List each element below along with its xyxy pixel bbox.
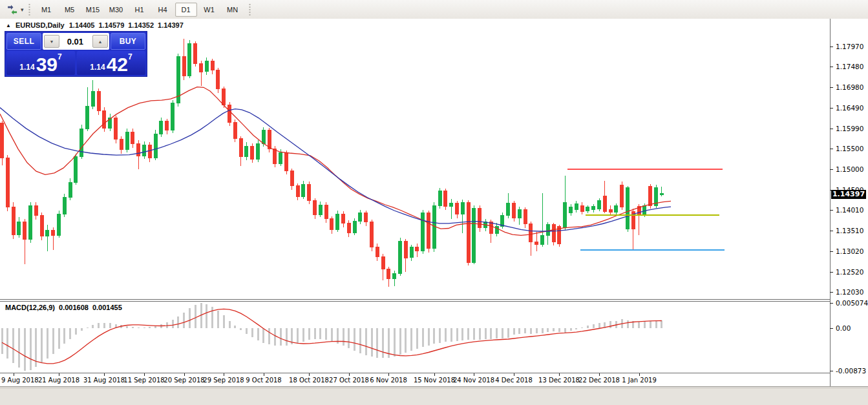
date-axis-tick [224, 373, 224, 376]
price-axis-label: 1.16980 [836, 83, 863, 91]
current-price-tag: 1.14397 [831, 190, 866, 199]
date-axis-tick [514, 373, 514, 376]
date-axis-label: 13 Dec 2018 [538, 377, 580, 384]
panel-separator-line[interactable] [0, 299, 830, 300]
date-axis-tick [184, 373, 185, 376]
macd-label: MACD(12,26,9) 0.001608 0.001455 [5, 304, 122, 311]
price-axis-tick [830, 272, 833, 273]
macd-axis-label: 0.005074 [836, 299, 868, 307]
date-axis-tick [434, 373, 435, 376]
date-axis-tick [599, 373, 600, 376]
price-axis-tick [830, 292, 833, 293]
macd-indicator-chart[interactable] [0, 302, 830, 373]
date-axis-tick [388, 373, 389, 376]
date-axis-label: 4 Dec 2018 [495, 377, 533, 384]
date-axis-tick [264, 373, 264, 376]
date-axis-tick [559, 373, 560, 376]
timeframe-button-m30[interactable]: M30 [105, 3, 127, 17]
price-axis-tick [830, 231, 833, 231]
chart-tab-bar: EURUSD,DailyAUDUSD,Daily|USDCHF,Daily|US… [0, 388, 868, 405]
sell-price-display[interactable]: 1.14 39 7 [6, 51, 75, 75]
price-axis-tick [830, 210, 833, 211]
caret-up-icon: ▲ [98, 39, 103, 44]
macd-signal-value: 0.001455 [92, 304, 122, 311]
macd-axis-tick [830, 303, 833, 304]
price-axis-tick [830, 129, 833, 129]
date-axis-label: 21 Aug 2018 [38, 377, 79, 384]
date-axis-tick [349, 373, 350, 376]
toolbar-separator [248, 3, 251, 16]
date-axis-label: 1 Jan 2019 [622, 377, 657, 384]
buy-price-big: 42 [107, 56, 128, 73]
timeframe-button-d1[interactable]: D1 [175, 3, 197, 17]
date-axis-label: 20 Sep 2018 [164, 377, 204, 384]
sell-price-prefix: 1.14 [19, 63, 34, 72]
date-axis-label: 15 Nov 2018 [414, 377, 455, 384]
date-axis-label: 31 Aug 2018 [83, 377, 125, 384]
timeframe-toolbar: ▾ M1M5M15M30H1H4D1W1MN [0, 0, 868, 19]
one-click-trading-panel: SELL ▼ 0.01 ▲ BUY 1.14 39 7 1.14 42 7 [5, 31, 147, 77]
buy-button[interactable]: BUY [111, 33, 145, 50]
volume-input[interactable]: 0.01 [61, 37, 91, 47]
buy-price-prefix: 1.14 [90, 63, 105, 72]
timeframe-button-m15[interactable]: M15 [82, 3, 104, 17]
date-axis-label: 9 Aug 2018 [1, 377, 39, 384]
date-axis-label: 6 Nov 2018 [370, 377, 407, 384]
price-axis-label: 1.12520 [836, 268, 863, 276]
date-axis-label: 11 Sep 2018 [123, 377, 164, 384]
metatrader-window: ▾ M1M5M15M30H1H4D1W1MN ▲ EURUSD,Daily 1.… [0, 0, 868, 405]
timeframe-button-m1[interactable]: M1 [36, 3, 58, 17]
price-axis-label: 1.12030 [836, 288, 863, 296]
volume-stepper: ▼ 0.01 ▲ [43, 33, 109, 50]
date-axis-tick [144, 373, 145, 376]
price-axis-tick [830, 251, 833, 252]
timeframe-button-h4[interactable]: H4 [152, 3, 174, 17]
macd-histogram [1, 303, 663, 371]
date-axis-tick [474, 373, 474, 376]
price-axis-label: 1.17970 [836, 43, 863, 50]
date-axis-label: 9 Oct 2018 [246, 377, 281, 384]
price-axis-tick [830, 87, 833, 88]
chart-bottom-border [0, 386, 868, 387]
chevron-down-icon[interactable]: ▾ [21, 6, 24, 13]
price-axis-tick [830, 47, 833, 47]
timeframe-button-m5[interactable]: M5 [59, 3, 81, 17]
sell-price-big: 39 [36, 56, 58, 73]
timeframe-button-mn[interactable]: MN [222, 3, 244, 17]
caret-down-icon: ▼ [50, 39, 54, 44]
date-axis-tick [639, 373, 640, 376]
buy-price-display[interactable]: 1.14 42 7 [77, 51, 145, 75]
macd-name: MACD(12,26,9) [5, 304, 55, 311]
price-axis-label: 1.15990 [836, 125, 863, 132]
price-axis-label: 1.13510 [836, 227, 863, 234]
chart-shift-icon[interactable] [6, 5, 18, 15]
toolbar-separator [28, 3, 31, 16]
price-axis-label: 1.13020 [836, 247, 863, 255]
price-axis-label: 1.14010 [836, 206, 863, 214]
date-axis-label: 18 Oct 2018 [289, 377, 329, 384]
price-axis-label: 1.15500 [836, 145, 863, 152]
volume-up-button[interactable]: ▲ [92, 35, 108, 48]
date-axis-label: 29 Sep 2018 [203, 377, 244, 384]
price-axis-tick [830, 108, 833, 109]
macd-axis-tick [830, 371, 833, 371]
macd-axis-label: 0.00 [836, 324, 851, 332]
timeframe-button-w1[interactable]: W1 [198, 3, 220, 17]
macd-axis-label: -0.00873 [836, 367, 866, 375]
price-axis-line [830, 19, 831, 386]
macd-axis-tick [830, 328, 833, 329]
date-axis-label: 27 Oct 2018 [329, 377, 369, 384]
sell-button[interactable]: SELL [6, 33, 41, 50]
buy-price-pip: 7 [128, 52, 132, 61]
price-axis-tick [830, 169, 833, 170]
sell-price-pip: 7 [58, 52, 62, 61]
volume-down-button[interactable]: ▼ [44, 35, 59, 48]
price-axis-tick [830, 67, 833, 67]
timeframe-button-h1[interactable]: H1 [129, 3, 151, 17]
price-axis-label: 1.15000 [836, 165, 863, 173]
moving-average-fast-line [0, 87, 671, 236]
date-axis-tick [14, 373, 14, 376]
date-axis-tick [104, 373, 105, 376]
date-axis-label: 24 Nov 2018 [453, 377, 494, 384]
date-axis-tick [59, 373, 59, 376]
